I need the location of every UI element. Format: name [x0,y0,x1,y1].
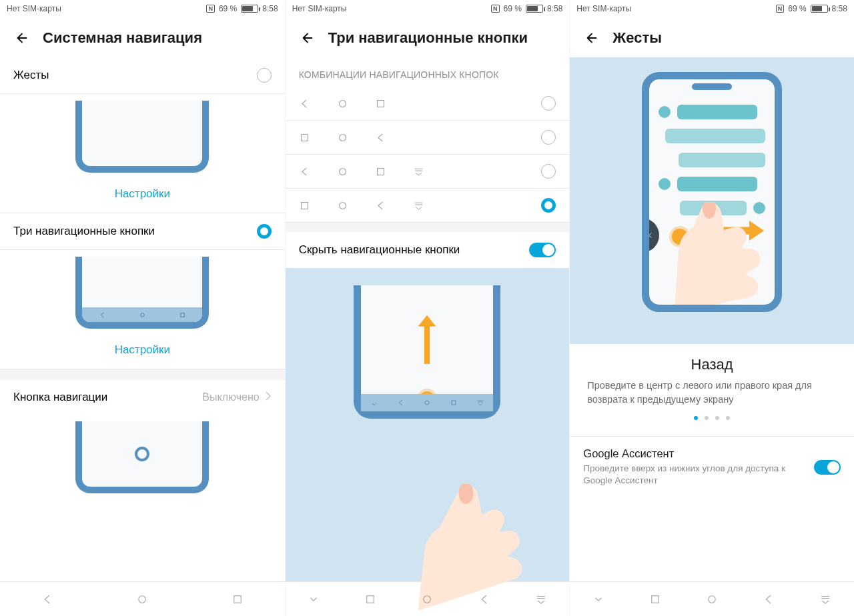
sys-collapse-icon[interactable] [308,593,320,605]
sys-back-icon[interactable] [763,593,775,605]
combo-radio-2[interactable] [541,130,556,145]
google-assistant-row[interactable]: Google Ассистент Проведите вверх из нижн… [570,437,854,497]
combo-row-4[interactable] [286,189,570,223]
combo-row-3[interactable] [286,155,570,189]
hide-nav-label: Скрыть навигационные кнопки [299,243,460,257]
nfc-icon: N [206,5,215,13]
ga-title: Google Ассистент [583,447,805,460]
combo-radio-4-selected[interactable] [541,198,556,213]
pane-system-navigation: Нет SIM-карты ! N 69 % 8:58 Системная на… [0,0,285,616]
square-recents-icon [375,166,386,177]
page-title: Системная навигация [43,29,202,47]
sys-collapse-icon[interactable] [592,593,604,605]
circle-home-icon [337,166,348,177]
option-nav-dock[interactable]: Кнопка навигации Выключено [0,380,285,415]
page-dot-3 [715,416,719,420]
combo-radio-3[interactable] [541,164,556,179]
svg-point-13 [339,202,346,209]
battery-icon [526,5,543,13]
sys-back-icon[interactable] [478,593,490,605]
status-bar: Нет SIM-карты ! N 69 % 8:58 [286,0,570,17]
page-title: Три навигационные кнопки [328,29,528,47]
pane-three-buttons: Нет SIM-карты ! N 69 % 8:58 Три навигаци… [285,0,570,616]
circle-home-icon [337,132,348,143]
app-bar: Три навигационные кнопки [286,17,570,57]
gesture-card-desc: Проведите в центр с левого или правого к… [587,379,837,407]
svg-point-14 [425,401,429,405]
gesture-card: Назад Проведите в центр с левого или пра… [570,344,854,436]
svg-point-22 [709,595,716,603]
hide-nav-toggle[interactable] [529,243,556,257]
square-recents-icon [299,132,310,143]
page-dot-4 [726,416,730,420]
tri-back-icon [299,166,310,177]
page-indicator[interactable] [587,407,837,427]
combo-radio-1[interactable] [541,96,556,111]
page-dot-1 [694,416,698,420]
status-sim-text: Нет SIM-карты [7,4,61,13]
back-button[interactable] [299,29,316,47]
page-title: Жесты [612,29,662,47]
svg-point-3 [139,595,146,603]
hide-nav-row[interactable]: Скрыть навигационные кнопки [286,232,570,268]
battery-icon [241,5,258,13]
combo-row-1[interactable] [286,87,570,121]
nfc-icon: N [776,5,785,13]
option-three-buttons-label: Три навигационные кнопки [13,225,155,238]
svg-point-6 [339,100,346,107]
status-sim-text: Нет SIM-карты [292,4,347,13]
section-gap [0,369,285,380]
circle-home-icon [337,200,348,211]
svg-rect-7 [377,100,384,107]
nav-recents-icon [179,311,186,319]
illustration-three-buttons: Настройки [0,250,285,369]
ga-toggle[interactable] [814,460,841,475]
svg-rect-17 [367,595,374,603]
illustration-nav-dock [0,415,285,513]
sys-notif-icon[interactable] [535,593,547,605]
pane-gestures: Нет SIM-карты ! N 69 % 8:58 Жесты [569,0,854,616]
chevron-right-icon [265,391,272,403]
radio-three-buttons-selected[interactable] [257,224,272,239]
gesture-tutorial-illustration [570,57,854,344]
option-nav-dock-label: Кнопка навигации [13,391,107,404]
tri-back-icon [299,98,310,109]
nav-back-icon [99,311,106,319]
gesture-card-title: Назад [587,356,837,373]
square-recents-icon [375,98,386,109]
battery-icon [811,5,828,13]
status-bar: Нет SIM-карты ! N 69 % 8:58 [570,0,854,17]
settings-link-gestures[interactable]: Настройки [115,173,170,213]
nav-home-icon [139,311,146,319]
sys-home-icon[interactable] [136,593,148,605]
illustration-gestures: Настройки [0,94,285,213]
option-gestures[interactable]: Жесты [0,57,285,94]
square-recents-icon [299,200,310,211]
sys-recents-icon[interactable] [232,593,244,605]
sys-back-icon[interactable] [41,593,53,605]
arrow-up-icon [416,311,438,367]
settings-link-three-buttons[interactable]: Настройки [115,329,170,369]
ga-desc: Проведите вверх из нижних углов для дост… [583,463,805,487]
sys-notif-icon[interactable] [819,593,831,605]
back-button[interactable] [13,29,31,47]
back-button[interactable] [583,29,600,47]
sys-recents-icon[interactable] [649,593,661,605]
option-three-buttons[interactable]: Три навигационные кнопки [0,213,285,250]
hand-illustration [675,202,775,311]
sys-recents-icon[interactable] [364,593,376,605]
status-time: 8:58 [262,4,278,13]
circle-home-icon [337,98,348,109]
page-dot-2 [705,416,709,420]
edge-back-tab-icon [642,218,659,253]
hand-illustration [418,484,532,613]
combo-row-2[interactable] [286,121,570,155]
radio-gestures[interactable] [257,68,272,83]
svg-point-1 [141,313,145,317]
sys-home-icon[interactable] [706,593,718,605]
sys-home-icon[interactable] [421,593,433,605]
svg-point-9 [339,134,346,141]
illustration-hide-nav [286,268,570,581]
collapse-icon [370,399,378,407]
notif-pull-icon [413,200,424,211]
